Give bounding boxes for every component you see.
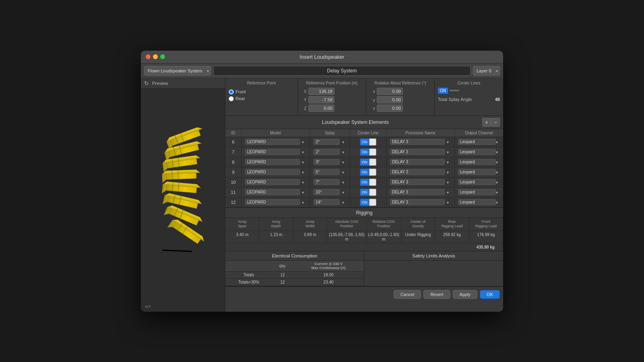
close-button[interactable] [146,54,151,59]
radio-rear-input[interactable] [229,96,234,101]
cl-on-button[interactable]: ON [360,199,369,206]
model-select[interactable]: LEOPARD [245,179,300,185]
coord-y-row: Y [301,96,363,103]
cl-on-button[interactable]: ON [360,158,369,166]
cell-processor[interactable]: DELAY 3 [386,187,455,197]
rot-y-input[interactable] [377,96,403,103]
minimize-button[interactable] [153,54,158,59]
maximize-button[interactable] [160,54,165,59]
cell-processor[interactable]: DELAY 3 [386,137,455,147]
apply-button[interactable]: Apply [453,290,478,299]
cell-output[interactable]: Leopard [455,187,503,197]
splay-select[interactable]: 3° [314,159,339,165]
cl-color-swatch[interactable] [369,189,376,196]
cell-splay[interactable]: 2° [310,147,350,157]
cell-processor[interactable]: DELAY 3 [386,147,455,157]
cell-splay[interactable]: 10° [310,187,350,197]
center-lines-off-button[interactable] [450,90,459,91]
splay-select[interactable]: 14° [314,199,339,205]
splay-select[interactable]: 2° [314,149,339,155]
cell-model[interactable]: LEOPARD [242,167,310,177]
cl-on-button[interactable]: ON [360,138,369,146]
model-select[interactable]: LEOPARD [245,149,300,155]
add-element-button[interactable]: + [482,118,491,127]
cl-on-button[interactable]: ON [360,148,369,156]
cell-model[interactable]: LEOPARD [242,147,310,157]
elements-table-body[interactable]: 6 LEOPARD 2° ON [225,137,503,208]
cl-on-button[interactable]: ON [360,179,369,186]
cell-output[interactable]: Leopard [455,197,503,207]
cl-color-swatch[interactable] [369,199,376,206]
cell-splay[interactable]: 3° [310,157,350,167]
refresh-icon[interactable]: ↻ [144,80,151,86]
cell-processor[interactable]: DELAY 3 [386,197,455,207]
cl-color-swatch[interactable] [369,138,376,146]
cell-output[interactable]: Leopard [455,177,503,187]
splay-select[interactable]: 7° [314,179,339,185]
system-dropdown[interactable]: Flown Loudspeaker System [144,66,211,76]
cl-on-button[interactable]: ON [360,169,369,176]
cell-output[interactable]: Leopard [455,137,503,147]
cell-output[interactable]: Leopard [455,167,503,177]
remove-element-button[interactable]: − [491,118,500,127]
output-select[interactable]: Leopard [458,159,496,165]
model-select[interactable]: LEOPARD [245,199,300,205]
model-select[interactable]: LEOPARD [245,159,300,165]
reference-position-col: Reference Point Position (m) X Y Z [298,78,366,115]
delay-system-button[interactable]: Delay System [213,66,471,76]
cell-splay[interactable]: 7° [310,177,350,187]
processor-select[interactable]: DELAY 3 [390,179,445,185]
centerline-toggle: ON [360,148,377,156]
cell-processor[interactable]: DELAY 3 [386,177,455,187]
cell-processor[interactable]: DELAY 3 [386,157,455,167]
revert-button[interactable]: Revert [423,290,450,299]
cell-model[interactable]: LEOPARD [242,187,310,197]
center-lines-on-button[interactable]: ON [438,88,448,94]
rot-x-input[interactable] [377,88,403,95]
output-select[interactable]: Leopard [458,139,496,145]
splay-select[interactable]: 2° [314,139,339,145]
processor-select[interactable]: DELAY 3 [390,159,445,165]
processor-select[interactable]: DELAY 3 [390,139,445,145]
cl-color-swatch[interactable] [369,179,376,186]
cell-splay[interactable]: 2° [310,137,350,147]
cl-on-button[interactable]: ON [360,189,369,196]
model-select[interactable]: LEOPARD [245,189,300,195]
centerline-toggle: ON [360,189,377,196]
y-input[interactable] [308,96,334,103]
cancel-button[interactable]: Cancel [394,290,421,299]
cell-output[interactable]: Leopard [455,157,503,167]
radio-front-input[interactable] [229,89,234,95]
cell-model[interactable]: LEOPARD [242,197,310,207]
cell-processor[interactable]: DELAY 3 [386,167,455,177]
output-select[interactable]: Leopard [458,149,496,155]
cell-output[interactable]: Leopard [455,147,503,157]
processor-select[interactable]: DELAY 3 [390,149,445,155]
model-select[interactable]: LEOPARD [245,169,300,175]
z-input[interactable] [308,105,334,112]
layer-dropdown[interactable]: Layer 0 [473,66,500,76]
splay-select[interactable]: 10° [314,189,339,195]
processor-select[interactable]: DELAY 3 [390,189,445,195]
radio-rear[interactable]: Rear [229,96,294,101]
output-select[interactable]: Leopard [458,199,496,205]
x-input[interactable] [308,88,334,95]
cl-color-swatch[interactable] [369,158,376,166]
model-select[interactable]: LEOPARD [245,139,300,145]
processor-select[interactable]: DELAY 3 [390,199,445,205]
output-select[interactable]: Leopard [458,169,496,175]
cell-splay[interactable]: 5° [310,167,350,177]
cell-splay[interactable]: 14° [310,197,350,207]
cell-model[interactable]: LEOPARD [242,177,310,187]
ok-button[interactable]: OK [480,290,500,299]
output-select[interactable]: Leopard [458,189,496,195]
rot-z-input[interactable] [377,105,403,112]
cl-color-swatch[interactable] [369,148,376,156]
cell-model[interactable]: LEOPARD [242,137,310,147]
output-select[interactable]: Leopard [458,179,496,185]
cell-model[interactable]: LEOPARD [242,157,310,167]
processor-select[interactable]: DELAY 3 [390,169,445,175]
radio-front[interactable]: Front [229,89,294,95]
splay-select[interactable]: 5° [314,169,339,175]
cl-color-swatch[interactable] [369,169,376,176]
